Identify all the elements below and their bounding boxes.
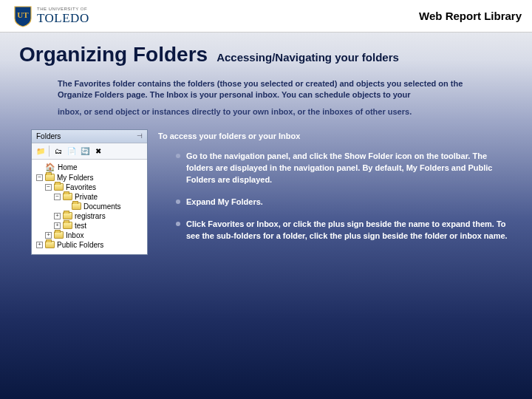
folder-icon xyxy=(63,193,72,200)
intro-p1: The Favorites folder contains the folder… xyxy=(58,78,480,100)
new-folder-icon[interactable]: 📁 xyxy=(35,146,46,157)
tree-private[interactable]: − Private xyxy=(33,192,146,202)
logo-name: TOLEDO xyxy=(37,11,89,26)
toolbar-sep xyxy=(49,146,50,157)
header: UT THE UNIVERSITY OF TOLEDO Web Report L… xyxy=(0,0,532,33)
tree-test[interactable]: + test xyxy=(33,221,146,231)
pin-icon[interactable]: ⊣ xyxy=(137,132,143,140)
svg-text:UT: UT xyxy=(17,10,29,19)
refresh-icon[interactable]: 🔄 xyxy=(79,146,90,157)
folder-icon xyxy=(45,241,55,248)
home-icon: 🏠 xyxy=(45,163,55,172)
logo: UT THE UNIVERSITY OF TOLEDO xyxy=(13,5,89,27)
collapse-icon[interactable]: − xyxy=(54,194,61,200)
folder-icon xyxy=(63,222,72,229)
collapse-icon[interactable]: − xyxy=(45,184,52,191)
collapse-icon[interactable]: − xyxy=(36,174,43,181)
tree-inbox[interactable]: + Inbox xyxy=(33,231,146,240)
title-row: Organizing Folders Accessing/Navigating … xyxy=(0,33,532,74)
tree-myfolders[interactable]: − My Folders xyxy=(33,173,146,183)
tree-home[interactable]: 🏠 Home xyxy=(33,162,146,173)
folders-panel: Folders ⊣ 📁 🗂 📄 🔄 ✖ 🏠 Home − My Folders xyxy=(31,129,148,255)
folder-tree: 🏠 Home − My Folders − Favorites − Privat… xyxy=(32,160,147,254)
folder-icon xyxy=(54,183,64,191)
tool-icon-2[interactable]: 📄 xyxy=(66,146,77,157)
instruction-item: Expand My Folders. xyxy=(176,197,510,208)
intro-p2: inbox, or send object or instances direc… xyxy=(58,106,480,117)
expand-icon[interactable]: + xyxy=(45,232,52,239)
delete-icon[interactable]: ✖ xyxy=(92,146,103,157)
expand-icon[interactable]: + xyxy=(36,242,43,248)
tree-registrars[interactable]: + registrars xyxy=(33,211,146,221)
tree-favorites[interactable]: − Favorites xyxy=(33,183,146,192)
tree-documents[interactable]: Documents xyxy=(33,202,146,211)
folder-icon xyxy=(45,174,55,181)
content-row: Folders ⊣ 📁 🗂 📄 🔄 ✖ 🏠 Home − My Folders xyxy=(0,123,532,255)
instruction-list: Go to the navigation panel, and click th… xyxy=(158,151,510,242)
tool-icon-1[interactable]: 🗂 xyxy=(52,146,64,157)
instruction-item: Go to the navigation panel, and click th… xyxy=(176,151,510,186)
panel-title-text: Folders xyxy=(36,132,61,140)
instructions-heading: To access your folders or your Inbox xyxy=(158,131,510,143)
page-subtitle: Accessing/Navigating your folders xyxy=(216,51,399,64)
instructions: To access your folders or your Inbox Go … xyxy=(158,129,510,253)
folder-icon xyxy=(63,212,72,219)
intro-text: The Favorites folder contains the folder… xyxy=(0,74,532,117)
shield-icon: UT xyxy=(13,5,33,27)
expand-icon[interactable]: + xyxy=(54,222,61,229)
header-title: Web Report Library xyxy=(419,10,522,22)
panel-toolbar: 📁 🗂 📄 🔄 ✖ xyxy=(32,143,147,160)
panel-titlebar: Folders ⊣ xyxy=(32,130,147,143)
page-title: Organizing Folders xyxy=(19,43,208,66)
expand-icon[interactable]: + xyxy=(54,213,61,219)
instruction-item: Click Favorites or Inbox, or click the p… xyxy=(176,219,510,242)
logo-text: THE UNIVERSITY OF TOLEDO xyxy=(37,7,89,26)
tree-public[interactable]: + Public Folders xyxy=(33,240,146,250)
folder-icon xyxy=(72,202,81,210)
folder-icon xyxy=(54,231,64,239)
